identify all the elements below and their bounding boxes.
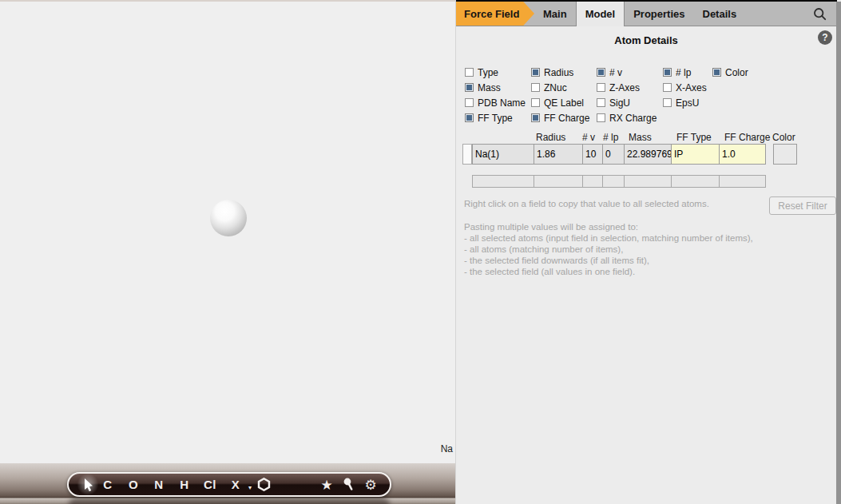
checkbox-box-icon [663,98,672,107]
row-selector[interactable] [462,144,472,165]
tab-details[interactable]: Details [694,2,746,26]
window-scrollbar[interactable] [836,2,841,504]
search-icon [813,7,827,21]
checkbox-znuc[interactable]: ZNuc [531,80,597,95]
paste-info-line: - the selected field (all values in one … [464,266,753,277]
tab-bar: Force Field Main Model Properties Detail… [456,0,837,26]
paste-info-line: Pasting multiple values will be assigned… [464,221,753,232]
element-button-nitrogen[interactable]: N [149,474,169,495]
sodium-atom-sphere[interactable] [210,200,247,236]
empty-cell[interactable] [534,175,583,188]
column-filter-checkboxes: Type Radius # v # lp Color Mass ZNuc Z-A… [465,65,770,125]
empty-cell[interactable] [671,175,720,188]
cell-radius[interactable]: 1.86 [534,144,583,165]
cell-ff-charge[interactable]: 1.0 [719,144,766,165]
panel-title: Atom Details [456,34,836,46]
empty-cell[interactable] [602,175,625,188]
empty-cell[interactable] [719,175,766,188]
3d-viewport[interactable]: Na C O N H Cl X ▾ ★ [0,0,455,504]
checkbox-box-icon [465,98,474,107]
element-button-x-picker[interactable]: X [226,474,245,495]
checkbox-color[interactable]: Color [712,65,770,80]
empty-table-row [472,175,766,188]
header-radius: Radius [536,132,565,143]
cell-num-v[interactable]: 10 [582,144,603,165]
help-button[interactable]: ? [818,30,832,45]
benzene-ring-button[interactable] [253,474,274,495]
header-num-v: # v [582,132,595,143]
checkbox-box-icon [465,113,474,122]
tab-properties[interactable]: Properties [625,2,693,26]
checkbox-box-icon [465,68,474,77]
toolbar-reflection [69,498,390,504]
paste-info-line: - all selected atoms (input field in sel… [464,232,753,244]
copy-hint-text: Right click on a field to copy that valu… [464,199,709,208]
checkbox-box-icon [597,83,605,92]
paste-info-text: Pasting multiple values will be assigned… [464,221,753,277]
checkbox-ff-charge[interactable]: FF Charge [531,110,597,125]
checkbox-box-icon [597,113,605,122]
element-button-hydrogen[interactable]: H [175,474,194,495]
header-mass: Mass [629,132,652,143]
settings-button[interactable]: ⚙ [360,474,381,495]
checkbox-mass[interactable]: Mass [465,80,531,95]
cell-atom-name[interactable]: Na(1) [472,144,534,165]
checkbox-box-icon [712,68,721,77]
checkbox-num-lp[interactable]: # lp [663,65,712,80]
element-button-carbon[interactable]: C [98,474,117,495]
probe-pin-button[interactable] [339,474,358,495]
element-toolbar: C O N H Cl X ▾ ★ ⚙ [67,472,391,497]
reset-filter-button[interactable]: Reset Filter [769,196,836,215]
cursor-arrow-icon [80,477,96,493]
checkbox-x-axes[interactable]: X-Axes [663,80,712,95]
checkbox-box-icon [663,68,672,77]
checkbox-box-icon [663,83,672,92]
header-color: Color [772,132,795,143]
select-cursor-tool[interactable] [77,474,98,495]
element-button-chlorine[interactable]: Cl [200,474,220,495]
checkbox-z-axes[interactable]: Z-Axes [597,80,663,95]
tab-force-field[interactable]: Force Field [456,2,534,26]
checkbox-ff-type[interactable]: FF Type [465,110,531,125]
checkbox-num-v[interactable]: # v [597,65,663,80]
empty-cell[interactable] [624,175,672,188]
tab-main[interactable]: Main [534,2,576,26]
checkbox-box-icon [531,113,540,122]
checkbox-type[interactable]: Type [465,65,531,80]
search-button[interactable] [813,2,837,26]
atom-details-panel: Force Field Main Model Properties Detail… [455,0,836,504]
application-window: Na C O N H Cl X ▾ ★ [0,0,841,504]
checkbox-rx-charge[interactable]: RX Charge [597,110,663,125]
cell-num-lp[interactable]: 0 [602,144,625,165]
atom-label: Na [415,443,453,454]
checkbox-box-icon [465,83,474,92]
checkbox-sigu[interactable]: SigU [597,95,663,110]
tab-model[interactable]: Model [576,2,625,26]
cell-mass[interactable]: 22.989769 [624,144,672,165]
header-ff-charge: FF Charge [724,132,770,143]
checkbox-epsu[interactable]: EpsU [663,95,712,110]
checkbox-box-icon [531,83,540,92]
checkbox-box-icon [597,98,605,107]
element-button-oxygen[interactable]: O [124,474,143,495]
paste-info-line: - all atoms (matching number of items), [464,244,753,255]
dropdown-caret-icon[interactable]: ▾ [248,484,252,491]
checkbox-box-icon [597,68,605,77]
pin-icon [342,478,355,491]
hexagon-icon [257,478,271,491]
checkbox-pdb-name[interactable]: PDB Name [465,95,531,110]
header-ff-type: FF Type [676,132,712,143]
color-swatch-button[interactable] [773,144,797,165]
cell-ff-type[interactable]: IP [671,144,720,165]
header-num-lp: # lp [603,132,618,143]
favorites-button[interactable]: ★ [317,474,336,495]
table-row: Na(1) 1.86 10 0 22.989769 IP 1.0 [472,144,766,165]
empty-cell[interactable] [582,175,603,188]
empty-cell[interactable] [472,175,534,188]
checkbox-box-icon [531,68,540,77]
paste-info-line: - the selected field downwards (if all i… [464,255,753,266]
checkbox-box-icon [531,98,540,107]
checkbox-radius[interactable]: Radius [531,65,597,80]
checkbox-qe-label[interactable]: QE Label [531,95,597,110]
